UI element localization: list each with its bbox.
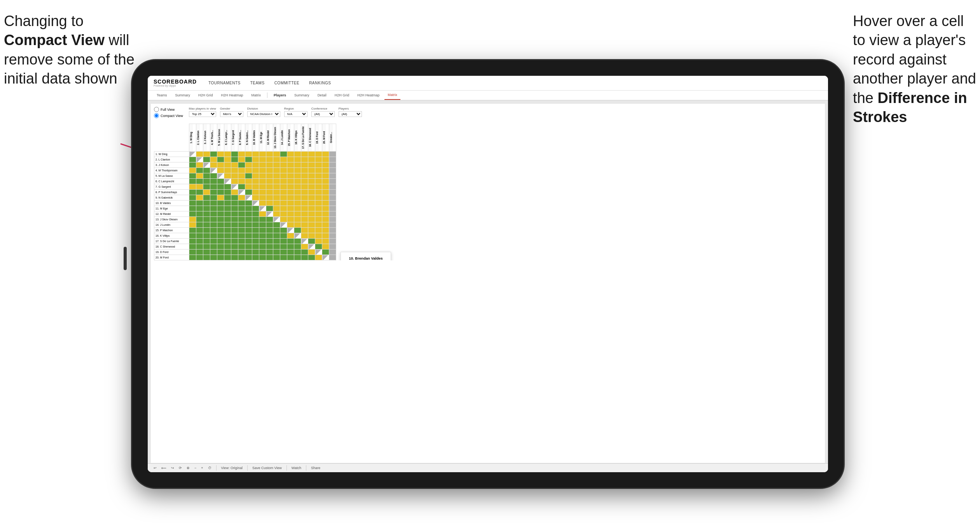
- cell[interactable]: [315, 195, 322, 201]
- cell[interactable]: [287, 233, 294, 239]
- cell[interactable]: [196, 179, 203, 184]
- cell[interactable]: [287, 173, 294, 179]
- cell[interactable]: [266, 173, 273, 179]
- cell[interactable]: [329, 239, 336, 244]
- cell[interactable]: [287, 206, 294, 211]
- cell[interactable]: [308, 179, 315, 184]
- cell[interactable]: [280, 173, 287, 179]
- cell[interactable]: [259, 157, 266, 162]
- cell[interactable]: [301, 244, 308, 250]
- cell[interactable]: [294, 233, 301, 239]
- cell[interactable]: [203, 168, 210, 173]
- cell[interactable]: [252, 179, 259, 184]
- cell[interactable]: [203, 190, 210, 195]
- cell[interactable]: [315, 168, 322, 173]
- cell[interactable]: [315, 173, 322, 179]
- cell[interactable]: [231, 184, 238, 190]
- cell[interactable]: [238, 184, 245, 190]
- cell[interactable]: [308, 152, 315, 157]
- cell[interactable]: [217, 152, 224, 157]
- cell[interactable]: [280, 255, 287, 260]
- cell[interactable]: [315, 211, 322, 217]
- cell[interactable]: [280, 157, 287, 162]
- cell[interactable]: [294, 211, 301, 217]
- cell[interactable]: [210, 157, 217, 162]
- cell[interactable]: [224, 173, 231, 179]
- cell[interactable]: [210, 201, 217, 206]
- cell[interactable]: [224, 168, 231, 173]
- cell[interactable]: [238, 173, 245, 179]
- cell[interactable]: [301, 179, 308, 184]
- watch-btn[interactable]: Watch: [292, 466, 301, 470]
- cell[interactable]: [266, 162, 273, 168]
- cell[interactable]: [287, 184, 294, 190]
- cell[interactable]: [196, 162, 203, 168]
- cell[interactable]: [210, 228, 217, 233]
- cell[interactable]: [245, 173, 252, 179]
- cell[interactable]: [217, 217, 224, 222]
- cell[interactable]: [245, 195, 252, 201]
- cell[interactable]: [294, 250, 301, 255]
- cell[interactable]: [210, 152, 217, 157]
- cell[interactable]: [210, 173, 217, 179]
- compact-view-radio[interactable]: [154, 113, 159, 118]
- cell[interactable]: [308, 190, 315, 195]
- cell[interactable]: [238, 217, 245, 222]
- cell[interactable]: [238, 211, 245, 217]
- cell[interactable]: [273, 211, 280, 217]
- cell[interactable]: [217, 168, 224, 173]
- cell[interactable]: [196, 250, 203, 255]
- tab-matrix2[interactable]: Matrix: [384, 91, 400, 100]
- cell[interactable]: [210, 233, 217, 239]
- cell[interactable]: [259, 173, 266, 179]
- cell[interactable]: [294, 179, 301, 184]
- cell[interactable]: [329, 222, 336, 228]
- cell[interactable]: [287, 228, 294, 233]
- cell[interactable]: [322, 157, 329, 162]
- filter-region-select[interactable]: N/A (All): [284, 111, 307, 117]
- cell[interactable]: [238, 179, 245, 184]
- cell[interactable]: [217, 206, 224, 211]
- cell[interactable]: [252, 195, 259, 201]
- cell[interactable]: [189, 195, 196, 201]
- cell[interactable]: [231, 211, 238, 217]
- cell[interactable]: [273, 179, 280, 184]
- tab-h2h-heatmap2[interactable]: H2H Heatmap: [354, 91, 383, 99]
- cell[interactable]: [224, 211, 231, 217]
- filter-players-select[interactable]: (All): [339, 111, 362, 117]
- cell[interactable]: [322, 250, 329, 255]
- cell[interactable]: [252, 244, 259, 250]
- cell[interactable]: [329, 250, 336, 255]
- cell[interactable]: [308, 162, 315, 168]
- cell[interactable]: [238, 152, 245, 157]
- cell[interactable]: [252, 217, 259, 222]
- cell[interactable]: [259, 195, 266, 201]
- cell[interactable]: [245, 162, 252, 168]
- cell[interactable]: [280, 179, 287, 184]
- redo-left-icon[interactable]: ⟵: [161, 466, 166, 470]
- cell[interactable]: [315, 190, 322, 195]
- cell[interactable]: [231, 222, 238, 228]
- cell[interactable]: [280, 217, 287, 222]
- cell[interactable]: [238, 228, 245, 233]
- cell[interactable]: [301, 250, 308, 255]
- cell[interactable]: [210, 250, 217, 255]
- cell[interactable]: [301, 162, 308, 168]
- cell[interactable]: [301, 228, 308, 233]
- cell[interactable]: [224, 195, 231, 201]
- cell[interactable]: [266, 201, 273, 206]
- cell[interactable]: [203, 211, 210, 217]
- cell[interactable]: [273, 255, 280, 260]
- cell[interactable]: [315, 217, 322, 222]
- cell[interactable]: [231, 201, 238, 206]
- undo-icon[interactable]: ↩: [154, 466, 157, 470]
- cell[interactable]: [266, 250, 273, 255]
- clock-icon[interactable]: ⏱: [208, 466, 211, 470]
- cell[interactable]: [203, 179, 210, 184]
- cell[interactable]: [231, 228, 238, 233]
- cell[interactable]: [224, 206, 231, 211]
- cell[interactable]: [315, 239, 322, 244]
- cell[interactable]: [252, 168, 259, 173]
- cell[interactable]: [308, 228, 315, 233]
- nav-tournaments[interactable]: TOURNAMENTS: [208, 80, 241, 86]
